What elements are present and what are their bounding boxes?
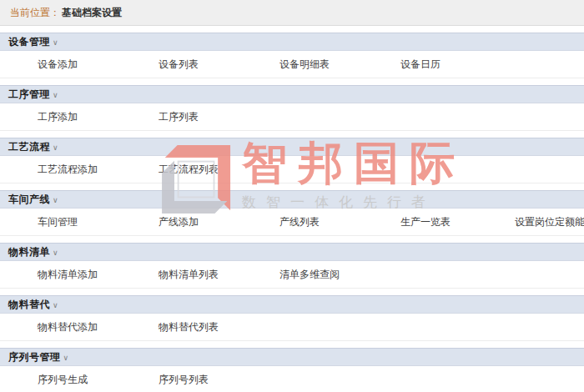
section-title: 设备管理 bbox=[8, 35, 50, 49]
section: 设备管理∨设备添加设备列表设备明细表设备日历 bbox=[0, 33, 584, 78]
section-header[interactable]: 工序管理∨ bbox=[0, 85, 584, 103]
menu-item-link[interactable]: 设置岗位定额能力 bbox=[515, 215, 584, 229]
section-header[interactable]: 物料清单∨ bbox=[0, 243, 584, 261]
chevron-down-icon: ∨ bbox=[53, 249, 58, 257]
section-title: 工序管理 bbox=[8, 88, 50, 102]
menu-item-link[interactable]: 物料替代列表 bbox=[159, 320, 219, 334]
section-title: 工艺流程 bbox=[8, 140, 50, 154]
section-title: 序列号管理 bbox=[8, 350, 61, 364]
menu-item-link[interactable]: 工序添加 bbox=[38, 110, 78, 124]
section-item-row: 工序添加工序列表 bbox=[0, 103, 584, 131]
menu-item-link[interactable]: 工艺流程列表 bbox=[159, 163, 219, 177]
menu-item-link[interactable]: 设备添加 bbox=[38, 58, 78, 72]
section: 序列号管理∨序列号生成序列号列表 bbox=[0, 348, 584, 392]
menu-item-link[interactable]: 清单多维查阅 bbox=[279, 268, 340, 282]
breadcrumb-label: 当前位置： bbox=[10, 6, 60, 20]
section: 物料替代∨物料替代添加物料替代列表 bbox=[0, 295, 584, 341]
section-title: 车间产线 bbox=[8, 193, 50, 207]
menu-item-link[interactable]: 设备日历 bbox=[400, 58, 441, 72]
page-title: 基础档案设置 bbox=[62, 6, 122, 20]
section-item-row: 物料清单添加物料清单列表清单多维查阅 bbox=[0, 261, 584, 289]
menu-item-link[interactable]: 车间管理 bbox=[38, 215, 78, 229]
section-title: 物料清单 bbox=[8, 245, 50, 259]
menu-item-link[interactable]: 设备列表 bbox=[159, 58, 199, 72]
menu-item-link[interactable]: 序列号生成 bbox=[38, 373, 88, 387]
chevron-down-icon: ∨ bbox=[53, 301, 58, 309]
section-item-row: 工艺流程添加工艺流程列表 bbox=[0, 156, 584, 183]
chevron-down-icon: ∨ bbox=[63, 354, 69, 362]
menu-item-link[interactable]: 物料清单添加 bbox=[38, 268, 98, 282]
section-item-row: 车间管理产线添加产线列表生产一览表设置岗位定额能力 bbox=[0, 209, 584, 236]
chevron-down-icon: ∨ bbox=[53, 196, 58, 204]
section-title: 物料替代 bbox=[8, 298, 50, 312]
section-header[interactable]: 序列号管理∨ bbox=[0, 348, 584, 366]
section: 工艺流程∨工艺流程添加工艺流程列表 bbox=[0, 138, 584, 183]
chevron-down-icon: ∨ bbox=[53, 38, 58, 47]
section-item-row: 序列号生成序列号列表 bbox=[0, 366, 584, 392]
menu-item-link[interactable]: 工艺流程添加 bbox=[38, 163, 98, 177]
section: 工序管理∨工序添加工序列表 bbox=[0, 85, 584, 131]
menu-item-link[interactable]: 产线添加 bbox=[159, 215, 199, 229]
breadcrumb: 当前位置： 基础档案设置 bbox=[0, 0, 584, 26]
chevron-down-icon: ∨ bbox=[53, 143, 58, 152]
menu-item-link[interactable]: 工序列表 bbox=[159, 110, 199, 124]
section-header[interactable]: 工艺流程∨ bbox=[0, 138, 584, 156]
menu-item-link[interactable]: 序列号列表 bbox=[159, 373, 209, 387]
section-header[interactable]: 物料替代∨ bbox=[0, 295, 584, 314]
section-item-row: 设备添加设备列表设备明细表设备日历 bbox=[0, 51, 584, 78]
menu-item-link[interactable]: 物料替代添加 bbox=[38, 320, 98, 334]
menu-item-link[interactable]: 产线列表 bbox=[279, 215, 320, 229]
menu-item-link[interactable]: 设备明细表 bbox=[279, 58, 330, 72]
chevron-down-icon: ∨ bbox=[53, 91, 58, 99]
sections: 设备管理∨设备添加设备列表设备明细表设备日历工序管理∨工序添加工序列表工艺流程∨… bbox=[0, 33, 584, 392]
section-item-row: 物料替代添加物料替代列表 bbox=[0, 314, 584, 341]
menu-item-link[interactable]: 物料清单列表 bbox=[159, 268, 219, 282]
section: 物料清单∨物料清单添加物料清单列表清单多维查阅 bbox=[0, 243, 584, 289]
section-header[interactable]: 设备管理∨ bbox=[0, 33, 584, 51]
menu-item-link[interactable]: 生产一览表 bbox=[400, 215, 451, 229]
section-header[interactable]: 车间产线∨ bbox=[0, 190, 584, 209]
section: 车间产线∨车间管理产线添加产线列表生产一览表设置岗位定额能力 bbox=[0, 190, 584, 236]
